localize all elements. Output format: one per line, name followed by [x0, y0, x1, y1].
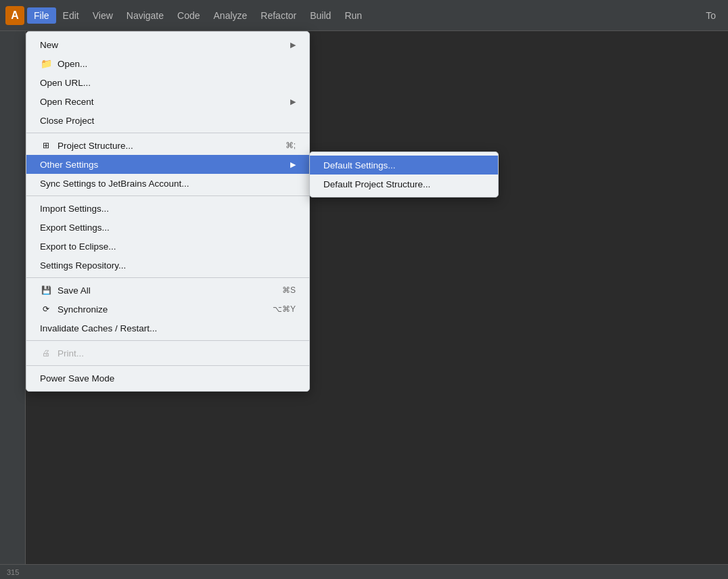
menu-item-print-label: Print... [58, 348, 296, 358]
menu-item-other-settings-label: Other Settings [40, 160, 290, 170]
menu-bar: A File Edit View Navigate Code Analyze R… [0, 0, 728, 31]
menu-item-sync-settings-label: Sync Settings to JetBrains Account... [40, 179, 296, 189]
menu-item-export-settings[interactable]: Export Settings... [26, 218, 309, 237]
menu-item-open-label: Open... [58, 59, 296, 69]
other-settings-submenu: Default Settings... Default Project Stru… [309, 152, 499, 198]
sidebar-strip [0, 31, 26, 579]
menu-item-save-all-shortcut: ⌘S [282, 285, 296, 295]
menu-item-synchronize-shortcut: ⌥⌘Y [273, 304, 296, 314]
app-logo: A [5, 6, 24, 25]
submenu-arrow-recent: ▶ [290, 97, 296, 106]
menu-item-open[interactable]: 📁 Open... [26, 54, 309, 73]
menu-item-open-recent-label: Open Recent [40, 97, 290, 107]
menu-item-invalidate-caches[interactable]: Invalidate Caches / Restart... [26, 319, 309, 338]
submenu-item-default-settings[interactable]: Default Settings... [310, 156, 498, 175]
menu-item-save-all-label: Save All [58, 285, 269, 296]
print-icon: 🖨 [40, 348, 52, 358]
menu-code[interactable]: Code [170, 7, 206, 24]
menu-item-other-settings[interactable]: Other Settings ▶ Default Settings... Def… [26, 155, 309, 174]
menu-item-synchronize-label: Synchronize [58, 304, 259, 315]
menu-item-settings-repo-label: Settings Repository... [40, 260, 296, 271]
menu-item-new[interactable]: New ▶ [26, 35, 309, 54]
menu-analyze[interactable]: Analyze [207, 7, 254, 24]
menu-view[interactable]: View [86, 7, 120, 24]
menu-item-new-label: New [40, 40, 290, 50]
menu-refactor[interactable]: Refactor [254, 7, 303, 24]
menu-item-settings-repo[interactable]: Settings Repository... [26, 256, 309, 275]
menu-to[interactable]: To [699, 7, 723, 24]
menu-item-synchronize[interactable]: ⟳ Synchronize ⌥⌘Y [26, 300, 309, 319]
status-bar: 315 [0, 564, 728, 579]
submenu-arrow-new: ▶ [290, 41, 296, 49]
menu-item-power-save-label: Power Save Mode [40, 373, 296, 384]
menu-edit[interactable]: Edit [56, 7, 86, 24]
submenu-item-default-project-structure[interactable]: Default Project Structure... [310, 175, 498, 193]
menu-item-close-project-label: Close Project [40, 116, 296, 126]
menu-item-import-settings[interactable]: Import Settings... [26, 199, 309, 218]
menu-navigate[interactable]: Navigate [120, 7, 170, 24]
menu-divider-4 [26, 340, 309, 341]
file-menu-dropdown: New ▶ 📁 Open... Open URL... Open Recent … [26, 31, 310, 392]
menu-item-invalidate-caches-label: Invalidate Caches / Restart... [40, 323, 296, 333]
submenu-item-default-project-structure-label: Default Project Structure... [323, 179, 430, 189]
menu-divider-1 [26, 133, 309, 133]
menu-item-open-url[interactable]: Open URL... [26, 73, 309, 92]
menu-item-close-project[interactable]: Close Project [26, 111, 309, 130]
submenu-item-default-settings-label: Default Settings... [323, 160, 396, 170]
grid-icon: ⊞ [40, 141, 52, 150]
menu-item-import-settings-label: Import Settings... [40, 204, 296, 214]
menu-item-power-save[interactable]: Power Save Mode [26, 369, 309, 388]
menu-item-project-structure-label: Project Structure... [58, 141, 272, 151]
menu-item-sync-settings[interactable]: Sync Settings to JetBrains Account... [26, 174, 309, 193]
menu-item-print[interactable]: 🖨 Print... [26, 344, 309, 363]
menu-item-project-structure-shortcut: ⌘; [286, 141, 296, 150]
submenu-arrow-other-settings: ▶ [290, 160, 296, 169]
menu-item-project-structure[interactable]: ⊞ Project Structure... ⌘; [26, 136, 309, 155]
menu-item-export-eclipse[interactable]: Export to Eclipse... [26, 237, 309, 256]
menu-item-open-recent[interactable]: Open Recent ▶ [26, 92, 309, 111]
menu-item-open-url-label: Open URL... [40, 78, 296, 88]
menu-item-export-settings-label: Export Settings... [40, 223, 296, 233]
folder-icon: 📁 [40, 58, 52, 69]
status-line-col: 315 [7, 568, 19, 576]
menu-divider-5 [26, 365, 309, 366]
menu-divider-2 [26, 195, 309, 196]
menu-divider-3 [26, 277, 309, 278]
menu-file[interactable]: File [27, 7, 56, 24]
menu-item-save-all[interactable]: 💾 Save All ⌘S [26, 281, 309, 300]
menu-build[interactable]: Build [303, 7, 338, 24]
menu-item-export-eclipse-label: Export to Eclipse... [40, 241, 296, 252]
save-icon: 💾 [40, 285, 52, 295]
menu-run[interactable]: Run [338, 7, 369, 24]
sync-icon: ⟳ [40, 304, 52, 314]
